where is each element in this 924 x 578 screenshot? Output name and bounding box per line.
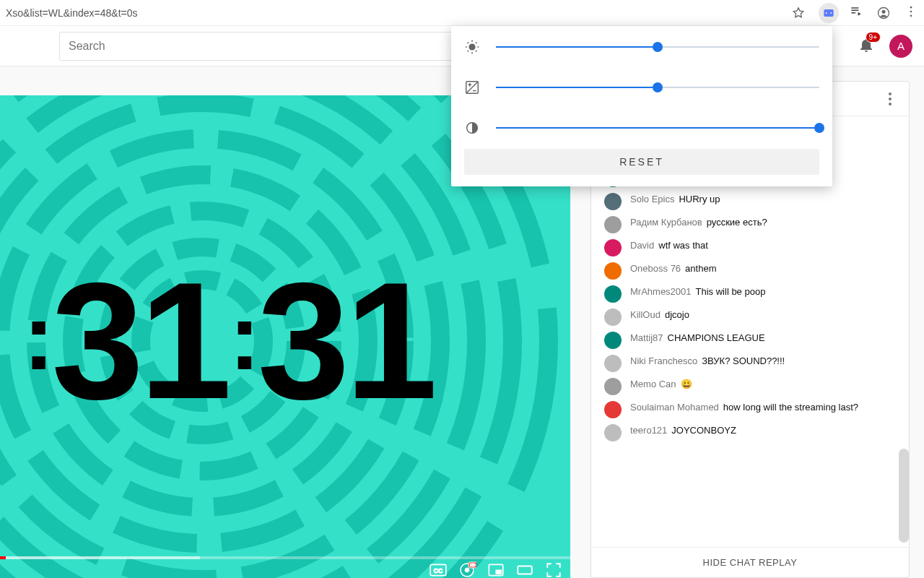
- chat-avatar: [604, 332, 622, 349]
- chat-text: anthem: [685, 263, 716, 274]
- chat-avatar: [604, 355, 622, 372]
- fullscreen-button[interactable]: [544, 561, 563, 578]
- svg-text:HD: HD: [470, 563, 476, 567]
- extension-popup: RESET: [451, 26, 832, 186]
- chat-username: Радим Курбанов: [630, 217, 702, 228]
- reset-button[interactable]: RESET: [464, 149, 819, 175]
- svg-point-20: [465, 568, 469, 572]
- contrast-slider[interactable]: [496, 127, 819, 129]
- svg-point-1: [826, 12, 827, 14]
- chat-text: This will be poop: [696, 286, 766, 297]
- chat-message: Niki FranchescoЗВУК? SOUND??!!!: [597, 352, 909, 375]
- user-avatar[interactable]: A: [889, 35, 912, 58]
- chat-username: Oneboss 76: [630, 263, 681, 274]
- chat-text: how long will the streaming last?: [723, 402, 858, 413]
- chat-message: Mattij87CHAMPIONS LEAGUE: [597, 329, 909, 352]
- brightness-icon: [464, 39, 480, 55]
- chat-username: Solo Epics: [630, 194, 674, 204]
- chat-avatar: [604, 309, 622, 326]
- browser-profile-icon[interactable]: [873, 3, 894, 23]
- countdown-timer: :31:31: [0, 258, 433, 424]
- chat-username: teero121: [630, 425, 667, 436]
- chat-username: MrAhmes2001: [630, 286, 692, 297]
- chat-text: ЗВУК? SOUND??!!!: [702, 355, 785, 366]
- extension-icon[interactable]: [819, 3, 839, 23]
- url-fragment: Xso&list=WL&index=48&t=0s: [6, 7, 788, 19]
- contrast-slider-row: [464, 120, 819, 136]
- chat-message: KillOuddjcojo: [597, 306, 909, 329]
- player-controls: CC HD: [0, 556, 570, 578]
- svg-rect-25: [518, 566, 532, 574]
- chat-avatar: [604, 262, 622, 280]
- svg-point-4: [882, 9, 886, 13]
- chat-username: Niki Franchesco: [630, 355, 697, 366]
- svg-point-2: [830, 12, 832, 14]
- chat-username: Soulaiman Mohamed: [630, 402, 719, 413]
- svg-rect-0: [824, 9, 833, 17]
- chat-username: Memo Can: [630, 379, 676, 389]
- chat-text: 😀: [681, 379, 692, 389]
- chat-username: David: [630, 240, 654, 251]
- chat-text: JOYCONBOYZ: [671, 425, 736, 436]
- exposure-slider-row: [464, 79, 819, 95]
- chat-username: Mattij87: [630, 332, 663, 343]
- chat-message: Davidwtf was that: [597, 236, 909, 259]
- chat-message: Oneboss 76anthem: [597, 259, 909, 282]
- chat-message: MrAhmes2001This will be poop: [597, 282, 909, 306]
- svg-rect-24: [496, 570, 502, 574]
- chat-avatar: [604, 239, 622, 256]
- chat-username: KillOud: [630, 309, 661, 320]
- captions-button[interactable]: CC: [429, 561, 448, 578]
- playlist-icon[interactable]: [849, 4, 863, 21]
- browser-menu-icon[interactable]: [904, 4, 918, 21]
- chat-text: HURry up: [679, 194, 720, 204]
- chat-message: Радим Курбановрусские есть?: [597, 213, 909, 236]
- chat-text: русские есть?: [707, 217, 767, 228]
- brightness-slider[interactable]: [496, 46, 819, 48]
- progress-bar[interactable]: [0, 556, 570, 559]
- chat-avatar: [604, 401, 622, 418]
- chat-text: wtf was that: [658, 240, 708, 251]
- svg-point-7: [910, 15, 912, 17]
- contrast-icon: [464, 120, 480, 136]
- brightness-slider-row: [464, 39, 819, 55]
- browser-tabbar: Xso&list=WL&index=48&t=0s: [0, 0, 924, 26]
- chat-message: Solo EpicsHURry up: [597, 190, 909, 213]
- svg-text:CC: CC: [434, 567, 443, 574]
- bookmark-star-icon[interactable]: [788, 3, 808, 23]
- svg-point-6: [910, 11, 912, 13]
- chat-text: CHAMPIONS LEAGUE: [668, 332, 765, 343]
- svg-point-26: [468, 43, 475, 50]
- chat-avatar: [604, 285, 622, 303]
- theater-mode-button[interactable]: [515, 561, 534, 578]
- chat-avatar: [604, 216, 622, 233]
- exposure-icon: [464, 79, 480, 95]
- chat-avatar: [604, 378, 622, 395]
- hide-chat-button[interactable]: HIDE CHAT REPLAY: [591, 547, 909, 577]
- svg-point-5: [910, 7, 912, 9]
- chat-avatar: [604, 193, 622, 210]
- chat-options-button[interactable]: [881, 90, 899, 108]
- settings-hd-button[interactable]: HD: [458, 561, 476, 578]
- chat-message: Memo Can😀: [597, 375, 909, 398]
- notifications-button[interactable]: 9+: [858, 36, 875, 56]
- chat-text: djcojo: [665, 309, 689, 320]
- chat-avatar: [604, 424, 622, 441]
- chat-message: teero121JOYCONBOYZ: [597, 421, 909, 444]
- chat-scrollbar[interactable]: [899, 449, 909, 543]
- miniplayer-button[interactable]: [487, 561, 505, 578]
- exposure-slider[interactable]: [496, 87, 819, 88]
- notification-badge: 9+: [866, 32, 881, 43]
- chat-message: Soulaiman Mohamedhow long will the strea…: [597, 398, 909, 421]
